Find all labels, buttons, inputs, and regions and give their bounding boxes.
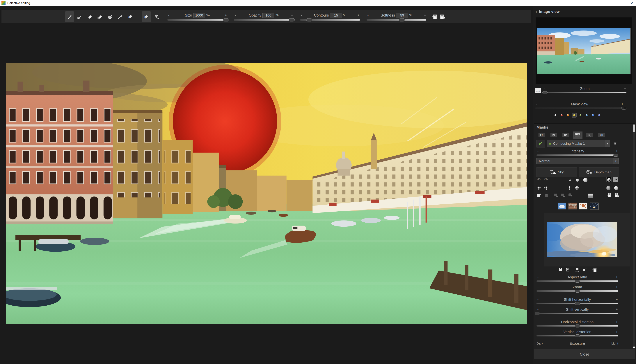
tab-fx[interactable]: FX xyxy=(538,133,545,137)
shift-horizontal-decrease-button[interactable]: - xyxy=(536,298,539,302)
opacity-increase-button[interactable]: + xyxy=(291,14,294,18)
softness-decrease-button[interactable]: - xyxy=(366,14,369,18)
shift-vertical-increase-button[interactable]: + xyxy=(615,308,618,312)
invert-mask-button[interactable] xyxy=(606,177,611,182)
sky-ai-button[interactable]: Sky xyxy=(536,167,577,177)
vertical-distortion-slider-handle[interactable] xyxy=(575,334,580,337)
mask-select[interactable]: Composing Maske 1 ▾ xyxy=(547,140,610,147)
softness-slider-handle[interactable] xyxy=(399,18,405,22)
mask-eraser-tool-button[interactable] xyxy=(96,12,104,22)
magic-eraser-tool-button[interactable] xyxy=(152,12,161,22)
brush-size-large-button[interactable] xyxy=(583,178,587,182)
mask-view-slider-handle[interactable] xyxy=(621,107,626,110)
redo-button[interactable]: ↷ xyxy=(544,177,548,182)
mask-color-option-periwinkle[interactable] xyxy=(597,113,601,117)
maskview-increase-button[interactable]: + xyxy=(621,102,624,106)
close-button[interactable]: Close xyxy=(534,349,635,360)
new-mask-button[interactable] xyxy=(536,193,541,198)
category-cloud-thumbnail[interactable] xyxy=(558,202,566,210)
tab-palette[interactable] xyxy=(562,133,569,137)
opacity-value-input[interactable]: 100 xyxy=(263,13,274,18)
aspect-ratio-increase-button[interactable]: + xyxy=(615,275,618,279)
zoom-slider-handle[interactable] xyxy=(542,91,548,94)
composing-zoom-decrease-button[interactable]: - xyxy=(536,285,539,289)
opacity-slider-handle[interactable] xyxy=(289,18,295,22)
depth-map-ai-button[interactable]: Depth map xyxy=(579,167,619,177)
shift-vertical-decrease-button[interactable]: - xyxy=(536,308,539,312)
category-rays-thumbnail[interactable] xyxy=(590,202,598,210)
contract-mask-button[interactable] xyxy=(536,185,541,190)
center-mask-button[interactable] xyxy=(558,267,563,272)
zoom-decrease-button[interactable]: - xyxy=(543,87,546,91)
contours-increase-button[interactable]: + xyxy=(357,14,360,18)
maskview-decrease-button[interactable]: - xyxy=(535,102,538,106)
horizontal-distortion-decrease-button[interactable]: - xyxy=(536,320,539,324)
composing-zoom-slider-handle[interactable] xyxy=(575,290,580,292)
contours-slider[interactable] xyxy=(300,19,360,20)
aspect-ratio-slider-handle[interactable] xyxy=(575,280,580,283)
contours-decrease-button[interactable]: - xyxy=(300,14,303,18)
stamp-tool-button[interactable] xyxy=(106,12,114,22)
shift-horizontal-increase-button[interactable]: + xyxy=(615,298,618,302)
mask-color-option-skyblue[interactable] xyxy=(584,113,589,117)
chevron-down-icon[interactable]: ▾ xyxy=(605,140,610,147)
category-bricks-thumbnail[interactable] xyxy=(568,202,577,210)
intensity-decrease-button[interactable]: - xyxy=(536,149,539,153)
opacity-slider[interactable] xyxy=(234,19,294,20)
load-composing-image-button[interactable] xyxy=(592,267,597,272)
stretch-height-button[interactable] xyxy=(582,267,587,272)
mask-color-option-white[interactable] xyxy=(553,113,558,117)
vertical-distortion-increase-button[interactable]: + xyxy=(615,330,618,334)
tab-lens[interactable] xyxy=(550,133,557,137)
size-increase-button[interactable]: + xyxy=(224,14,227,18)
intensity-increase-button[interactable]: + xyxy=(615,149,618,153)
zoom-1to1-button[interactable]: 1:1 xyxy=(535,88,541,93)
brush-size-medium-button[interactable] xyxy=(576,179,579,182)
composing-zoom-slider[interactable] xyxy=(536,290,618,292)
zoom-increase-button[interactable]: + xyxy=(623,87,626,91)
window-close-button[interactable]: × xyxy=(630,1,633,6)
scrollbar-thumb[interactable] xyxy=(633,124,635,132)
softness-slider[interactable] xyxy=(366,19,426,20)
paint-mask-button[interactable] xyxy=(613,177,618,182)
export-mask-button[interactable] xyxy=(440,14,445,20)
composing-zoom-increase-button[interactable]: + xyxy=(615,285,618,289)
shift-vertical-slider[interactable] xyxy=(536,313,618,314)
copy-mask-button[interactable] xyxy=(544,193,549,198)
size-decrease-button[interactable]: - xyxy=(167,14,170,18)
category-splatter-thumbnail[interactable] xyxy=(579,202,587,210)
intensity-slider[interactable] xyxy=(536,154,618,156)
contours-value-input[interactable]: 15 xyxy=(330,13,342,18)
mask-color-option-green[interactable] xyxy=(578,113,583,117)
fill-bucket-tool-button[interactable] xyxy=(126,12,134,22)
tab-landscape[interactable] xyxy=(574,133,581,137)
sky-preview-image[interactable] xyxy=(547,222,617,257)
hard-edge-sphere-button[interactable] xyxy=(614,186,618,190)
intensity-slider-handle[interactable] xyxy=(613,154,618,157)
horizontal-distortion-slider-handle[interactable] xyxy=(575,324,580,328)
contours-slider-handle[interactable] xyxy=(306,18,312,22)
mask-color-option-blue[interactable] xyxy=(591,113,595,117)
size-value-input[interactable]: 1000 xyxy=(193,13,205,18)
eraser-tool-button[interactable] xyxy=(86,12,94,22)
mask-view-slider[interactable] xyxy=(535,108,624,109)
stretch-width-button[interactable] xyxy=(575,267,580,272)
size-slider-handle[interactable] xyxy=(223,18,229,22)
subtract-mask-button[interactable] xyxy=(560,193,566,198)
expand-mask-button[interactable] xyxy=(567,185,572,190)
mask-delete-button[interactable] xyxy=(612,140,618,147)
gradient-mask-button[interactable] xyxy=(588,194,593,198)
intersect-mask-button[interactable] xyxy=(568,193,573,198)
mask-color-option-yellow[interactable] xyxy=(572,113,576,117)
import-mask-button[interactable] xyxy=(432,14,437,20)
opacity-decrease-button[interactable]: - xyxy=(234,14,237,18)
lock-aspect-button[interactable] xyxy=(565,267,570,272)
aspect-ratio-decrease-button[interactable]: - xyxy=(536,275,539,279)
expand-mask-more-button[interactable] xyxy=(574,185,579,190)
horizontal-distortion-slider[interactable] xyxy=(536,325,618,326)
shift-horizontal-slider-handle[interactable] xyxy=(575,302,580,305)
softness-increase-button[interactable]: + xyxy=(423,14,426,18)
pipette-tool-button[interactable] xyxy=(116,12,124,22)
import-mask-file-button[interactable] xyxy=(606,193,611,198)
tab-3d[interactable]: 3D xyxy=(598,133,605,137)
